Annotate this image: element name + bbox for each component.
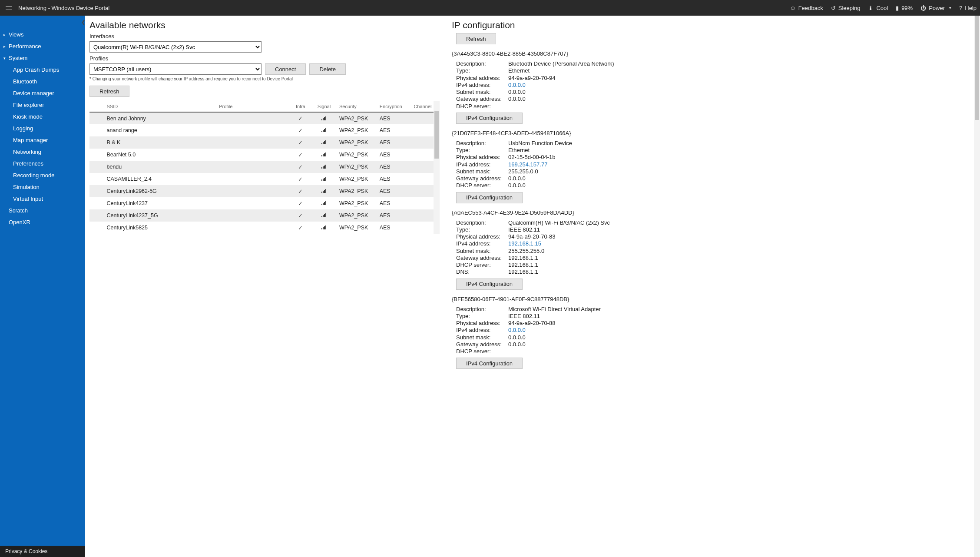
signal-icon [321, 152, 326, 156]
adapter-guid: {21D07EF3-FF48-4CF3-ADED-44594871066A} [452, 130, 976, 136]
interfaces-select[interactable]: Qualcomm(R) Wi-Fi B/G/N/AC (2x2) Svc [89, 41, 262, 53]
network-encryption: AES [376, 149, 411, 161]
battery-icon: ▮ [896, 5, 899, 11]
kv-value: 255.255.0.0 [508, 168, 976, 175]
ipconfig-scrollbar[interactable] [974, 16, 980, 557]
sidebar-item-system[interactable]: ▾System [0, 52, 85, 64]
privacy-cookies-link[interactable]: Privacy & Cookies [0, 546, 85, 557]
ipv4-configuration-button[interactable]: IPv4 Configuration [456, 278, 523, 290]
network-security: WPA2_PSK [336, 124, 376, 136]
kv-key: Type: [456, 313, 508, 320]
sidebar-item-kiosk-mode[interactable]: Kiosk mode [0, 111, 85, 123]
sidebar-item-networking[interactable]: Networking [0, 146, 85, 158]
kv-value: 0.0.0.0 [508, 175, 976, 182]
check-icon: ✓ [298, 140, 303, 146]
network-row[interactable]: CenturyLink2962-5G✓WPA2_PSKAES [89, 185, 440, 197]
col-infra[interactable]: Infra [289, 101, 312, 112]
kv-value: 255.255.255.0 [508, 248, 976, 255]
kv-value[interactable]: 192.168.1.15 [508, 240, 976, 247]
delete-button[interactable]: Delete [309, 63, 346, 75]
kv-value[interactable]: 169.254.157.77 [508, 161, 976, 168]
sidebar-item-simulation[interactable]: Simulation [0, 181, 85, 193]
sidebar-item-bluetooth[interactable]: Bluetooth [0, 76, 85, 87]
network-row[interactable]: Ben and Johnny✓WPA2_PSKAES [89, 112, 440, 124]
power-icon: ⏻ [920, 5, 926, 11]
signal-icon [321, 116, 326, 120]
kv-value[interactable]: 0.0.0.0 [508, 82, 976, 89]
kv-value: Ethernet [508, 67, 976, 74]
sidebar-item-file-explorer[interactable]: File explorer [0, 99, 85, 111]
sidebar-item-recording-mode[interactable]: Recording mode [0, 169, 85, 181]
adapter-guid: {A0AEC553-A4CF-4E39-9E24-D5059F8DA4DD} [452, 209, 976, 216]
sidebar-item-openxr[interactable]: OpenXR [0, 216, 85, 228]
network-encryption: AES [376, 173, 411, 185]
profiles-select[interactable]: MSFTCORP (all users) [89, 63, 262, 75]
kv-value[interactable]: 0.0.0.0 [508, 327, 976, 334]
network-ssid: CenturyLink5825 [103, 222, 215, 234]
check-icon: ✓ [298, 189, 303, 195]
network-row[interactable]: anand range✓WPA2_PSKAES [89, 124, 440, 136]
kv-value: 0.0.0.0 [508, 96, 976, 103]
kv-value: IEEE 802.11 [508, 313, 976, 320]
kv-key: DNS: [456, 269, 508, 275]
check-icon: ✓ [298, 116, 303, 122]
sidebar-item-map-manager[interactable]: Map manager [0, 134, 85, 146]
refresh-ipconfig-button[interactable]: Refresh [456, 33, 496, 44]
col-signal[interactable]: Signal [312, 101, 336, 112]
network-row[interactable]: CenturyLink5825✓WPA2_PSKAES [89, 222, 440, 234]
ipv4-configuration-button[interactable]: IPv4 Configuration [456, 113, 523, 124]
sidebar-item-logging[interactable]: Logging [0, 123, 85, 134]
sidebar-item-virtual-input[interactable]: Virtual Input [0, 193, 85, 205]
col-security[interactable]: Security [336, 101, 376, 112]
kv-value [508, 348, 976, 355]
network-ssid: CenturyLink4237 [103, 197, 215, 209]
chevron-right-icon: ▸ [3, 33, 8, 37]
kv-key: DHCP server: [456, 182, 508, 189]
network-row[interactable]: CenturyLink4237_5G✓WPA2_PSKAES [89, 209, 440, 222]
connect-button[interactable]: Connect [265, 63, 306, 75]
sleeping-status[interactable]: ↺ Sleeping [831, 5, 861, 11]
sidebar-item-performance[interactable]: ▸Performance [0, 40, 85, 52]
table-scrollbar[interactable] [434, 101, 440, 234]
kv-key: Type: [456, 67, 508, 74]
ipv4-configuration-button[interactable]: IPv4 Configuration [456, 192, 523, 203]
network-encryption: AES [376, 222, 411, 234]
sidebar-item-views[interactable]: ▸Views [0, 29, 85, 40]
check-icon: ✓ [298, 176, 303, 182]
interfaces-label: Interfaces [89, 33, 440, 40]
sidebar-item-scratch[interactable]: Scratch [0, 205, 85, 216]
network-encryption: AES [376, 209, 411, 222]
temperature-status: 🌡 Cool [868, 5, 888, 11]
col-ssid[interactable]: SSID [103, 101, 215, 112]
network-security: WPA2_PSK [336, 173, 376, 185]
power-menu[interactable]: ⏻ Power ▾ [920, 5, 951, 11]
help-button[interactable]: ? Help [959, 5, 977, 11]
sidebar-item-app-crash-dumps[interactable]: App Crash Dumps [0, 64, 85, 76]
kv-key: Description: [456, 219, 508, 226]
signal-icon [321, 189, 326, 193]
col-profile[interactable]: Profile [215, 101, 289, 112]
network-ssid: CenturyLink2962-5G [103, 185, 215, 197]
network-row[interactable]: B & K✓WPA2_PSKAES [89, 136, 440, 149]
hamburger-icon[interactable] [3, 3, 14, 13]
col-encryption[interactable]: Encryption [376, 101, 411, 112]
sidebar-collapse-icon[interactable]: ❮ [81, 19, 86, 25]
feedback-button[interactable]: ☺ Feedback [790, 5, 823, 11]
kv-key: IPv4 address: [456, 327, 508, 334]
available-networks-heading: Available networks [89, 20, 440, 30]
sidebar-item-preferences[interactable]: Preferences [0, 158, 85, 169]
profile-change-note: * Changing your network profile will cha… [89, 76, 440, 81]
network-row[interactable]: BearNet 5.0✓WPA2_PSKAES [89, 149, 440, 161]
kv-key: Gateway address: [456, 341, 508, 348]
refresh-networks-button[interactable]: Refresh [89, 86, 129, 97]
network-row[interactable]: CASAMILLER_2.4✓WPA2_PSKAES [89, 173, 440, 185]
sidebar-item-device-manager[interactable]: Device manager [0, 87, 85, 99]
check-icon: ✓ [298, 201, 303, 207]
kv-value: Microsoft Wi-Fi Direct Virtual Adapter [508, 306, 976, 313]
network-row[interactable]: CenturyLink4237✓WPA2_PSKAES [89, 197, 440, 209]
kv-key: Physical address: [456, 320, 508, 327]
network-row[interactable]: bendu✓WPA2_PSKAES [89, 161, 440, 173]
kv-value: IEEE 802.11 [508, 226, 976, 233]
network-encryption: AES [376, 197, 411, 209]
ipv4-configuration-button[interactable]: IPv4 Configuration [456, 358, 523, 369]
